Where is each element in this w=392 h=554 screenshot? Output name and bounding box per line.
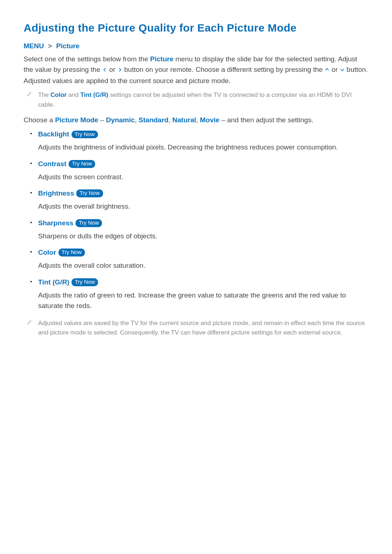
- list-item: Brightness Try Now Adjusts the overall b…: [38, 189, 368, 212]
- intro-text: Select one of the settings below from th…: [24, 55, 150, 63]
- choose-text: –: [221, 116, 227, 124]
- tint-keyword: Tint (G/R): [80, 91, 108, 98]
- try-now-button[interactable]: Try Now: [69, 160, 95, 168]
- intro-text: button on your remote. Choose a differen…: [124, 66, 324, 73]
- pencil-icon: [26, 91, 34, 98]
- breadcrumb-picture: Picture: [56, 42, 79, 50]
- picture-keyword: Picture: [150, 55, 173, 63]
- try-now-button[interactable]: Try Now: [72, 278, 98, 286]
- intro-text: or: [109, 66, 117, 73]
- try-now-button[interactable]: Try Now: [58, 249, 85, 257]
- chevron-down-icon: [340, 65, 345, 75]
- setting-desc: Adjusts the screen contrast.: [38, 172, 368, 182]
- list-item: Tint (G/R) Try Now Adjusts the ratio of …: [38, 278, 368, 311]
- item-head: Color Try Now: [38, 249, 368, 257]
- mode-dynamic: Dynamic: [106, 116, 135, 124]
- setting-name-brightness: Brightness: [38, 189, 74, 197]
- chevron-left-icon: [102, 65, 107, 75]
- item-head: Brightness Try Now: [38, 189, 368, 197]
- setting-name-tint: Tint (G/R): [38, 278, 69, 286]
- note-fragment: and: [68, 91, 80, 98]
- document-page: Adjusting the Picture Quality for Each P…: [0, 0, 392, 554]
- setting-name-sharpness: Sharpness: [38, 219, 73, 227]
- try-now-button[interactable]: Try Now: [75, 219, 102, 227]
- setting-name-contrast: Contrast: [38, 160, 66, 168]
- intro-text: or: [332, 66, 340, 73]
- choose-text: ,: [196, 116, 200, 124]
- setting-name-color: Color: [38, 249, 56, 257]
- intro-paragraph: Select one of the settings below from th…: [24, 54, 368, 86]
- breadcrumb-separator: >: [48, 42, 52, 50]
- setting-desc: Adjusts the overall brightness.: [38, 201, 368, 212]
- setting-name-backlight: Backlight: [38, 130, 69, 138]
- settings-list: Backlight Try Now Adjusts the brightness…: [24, 130, 368, 311]
- note-text: Adjusted values are saved by the TV for …: [38, 319, 368, 338]
- item-head: Backlight Try Now: [38, 130, 368, 138]
- pencil-icon: [26, 319, 34, 327]
- choose-text: ,: [168, 116, 172, 124]
- mode-standard: Standard: [139, 116, 168, 124]
- setting-desc: Sharpens or dulls the edges of objects.: [38, 231, 368, 241]
- breadcrumb: MENU > Picture: [24, 42, 368, 50]
- choose-text: and then adjust the settings.: [227, 116, 314, 124]
- list-item: Sharpness Try Now Sharpens or dulls the …: [38, 219, 368, 241]
- item-head: Contrast Try Now: [38, 160, 368, 168]
- list-item: Color Try Now Adjusts the overall color …: [38, 249, 368, 271]
- color-keyword: Color: [50, 91, 66, 98]
- choose-text: ,: [135, 116, 139, 124]
- setting-desc: Adjusts the ratio of green to red. Incre…: [38, 290, 368, 311]
- note-text: The Color and Tint (G/R) settings cannot…: [38, 90, 368, 110]
- try-now-button[interactable]: Try Now: [72, 131, 98, 139]
- list-item: Contrast Try Now Adjusts the screen cont…: [38, 160, 368, 182]
- mode-natural: Natural: [172, 116, 196, 124]
- choose-text: –: [100, 116, 106, 124]
- chevron-right-icon: [117, 65, 122, 75]
- page-title: Adjusting the Picture Quality for Each P…: [24, 22, 368, 34]
- setting-desc: Adjusts the brightness of individual pix…: [38, 142, 368, 152]
- try-now-button[interactable]: Try Now: [76, 189, 103, 197]
- note-fragment: The: [38, 91, 50, 98]
- setting-desc: Adjusts the overall color saturation.: [38, 260, 368, 271]
- mode-movie: Movie: [200, 116, 220, 124]
- choose-text: Choose a: [24, 116, 55, 124]
- picture-mode-keyword: Picture Mode: [55, 116, 98, 124]
- item-head: Tint (G/R) Try Now: [38, 278, 368, 286]
- breadcrumb-menu: MENU: [24, 42, 44, 50]
- item-head: Sharpness Try Now: [38, 219, 368, 227]
- list-item: Backlight Try Now Adjusts the brightness…: [38, 130, 368, 152]
- note-row: The Color and Tint (G/R) settings cannot…: [26, 90, 368, 110]
- note-row: Adjusted values are saved by the TV for …: [26, 319, 368, 338]
- choose-paragraph: Choose a Picture Mode – Dynamic, Standar…: [24, 115, 368, 125]
- chevron-up-icon: [324, 65, 330, 75]
